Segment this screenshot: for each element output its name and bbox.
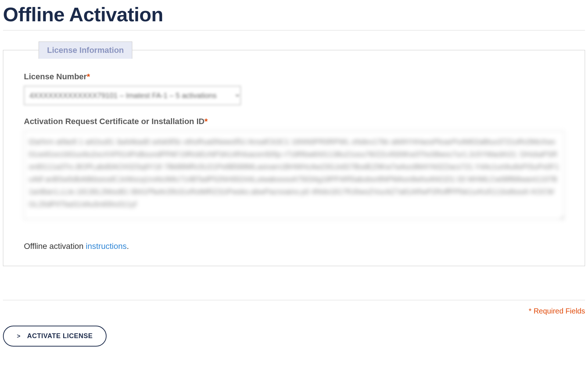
- instructions-link[interactable]: instructions: [86, 242, 126, 251]
- license-number-label-text: License Number: [24, 72, 87, 81]
- chevron-right-icon: >: [17, 333, 21, 340]
- activate-license-button[interactable]: > ACTIVATE LICENSE: [3, 326, 107, 347]
- required-asterisk: *: [87, 72, 90, 81]
- instructions-prefix: Offline activation: [24, 242, 86, 251]
- license-information-tab: License Information: [39, 41, 132, 59]
- license-number-select[interactable]: 4XXXXXXXXXXXXX79101 – Imatest FA-1 – 5 a…: [24, 86, 241, 105]
- required-asterisk: *: [204, 117, 208, 126]
- page-title: Offline Activation: [3, 3, 585, 26]
- activate-license-button-label: ACTIVATE LICENSE: [27, 332, 93, 340]
- activation-request-label-text: Activation Request Certificate or Instal…: [24, 117, 204, 126]
- license-information-fieldset: License Information License Number* 4XXX…: [3, 41, 585, 266]
- title-divider: [3, 30, 585, 30]
- activation-request-textarea[interactable]: t2arhrm at9ar8 1 aA2su81 3aAAkad0 a4sk9f…: [24, 131, 564, 220]
- activation-request-label: Activation Request Certificate or Instal…: [24, 117, 564, 126]
- instructions-suffix: .: [127, 242, 129, 251]
- required-fields-note: * Required Fields: [3, 307, 585, 315]
- license-number-label: License Number*: [24, 72, 564, 81]
- instructions-text: Offline activation instructions.: [24, 242, 564, 251]
- footer-divider: [3, 300, 585, 300]
